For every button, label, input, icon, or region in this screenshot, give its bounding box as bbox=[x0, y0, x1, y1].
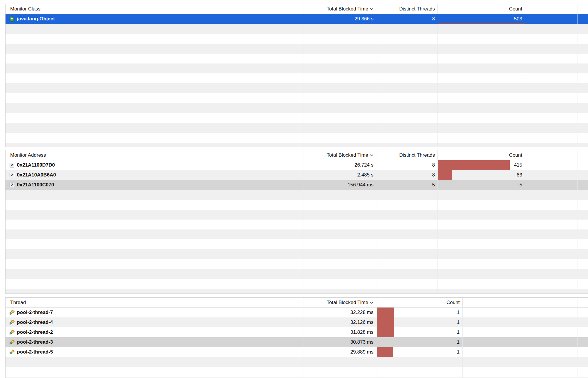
row-name-cell: 0x21A1100D7D0 bbox=[6, 160, 304, 170]
empty-cell bbox=[438, 103, 525, 113]
empty-row bbox=[6, 73, 588, 83]
row-name-cell: 0x21A10A0B6A0 bbox=[6, 170, 304, 180]
empty-trailing-column bbox=[525, 63, 578, 73]
empty-cell bbox=[304, 133, 376, 143]
row-fill bbox=[578, 229, 588, 239]
empty-trailing-column bbox=[463, 357, 578, 367]
row-value-cell: 29.366 s bbox=[304, 14, 376, 24]
empty-trailing-column bbox=[525, 34, 578, 44]
column-header-monitor-class[interactable]: Monitor Class bbox=[6, 4, 304, 14]
table-row-0x21a10a0b6a0[interactable]: 0x21A10A0B6A02.485 s883 bbox=[6, 170, 588, 180]
cell-value: 1 bbox=[457, 319, 460, 325]
row-value-cell: 503 bbox=[438, 14, 525, 24]
table-row-pool-2-thread-2[interactable]: pool-2-thread-231.828 ms1 bbox=[6, 327, 588, 337]
empty-row bbox=[6, 143, 588, 147]
row-value-cell: 1 bbox=[376, 337, 463, 347]
empty-cell bbox=[6, 73, 304, 83]
empty-trailing-column bbox=[525, 133, 578, 143]
row-value-cell: 1 bbox=[376, 347, 463, 357]
empty-cell bbox=[376, 24, 438, 34]
count-bar bbox=[438, 170, 452, 180]
row-fill bbox=[578, 279, 588, 289]
empty-cell bbox=[376, 367, 463, 377]
cell-value: 1 bbox=[457, 349, 460, 355]
table-row-0x21a1100d7d0[interactable]: 0x21A1100D7D026.724 s8415 bbox=[6, 160, 588, 170]
empty-cell bbox=[6, 83, 304, 93]
table-row-pool-2-thread-3[interactable]: pool-2-thread-330.873 ms1 bbox=[6, 337, 588, 347]
empty-cell bbox=[438, 123, 525, 133]
column-header-distinct-threads[interactable]: Distinct Threads bbox=[376, 150, 438, 160]
row-fill bbox=[578, 317, 588, 327]
empty-row bbox=[6, 200, 588, 210]
empty-trailing-column bbox=[463, 327, 578, 337]
table-row-java-lang-object[interactable]: Cjava.lang.Object29.366 s8503 bbox=[6, 14, 588, 24]
column-header-total-blocked-time[interactable]: Total Blocked Time bbox=[304, 150, 376, 160]
row-label: pool-2-thread-5 bbox=[17, 349, 53, 355]
empty-cell bbox=[438, 210, 525, 220]
sort-descending-chevron-icon bbox=[370, 154, 373, 157]
column-header-label: Count bbox=[509, 152, 522, 158]
column-header-thread[interactable]: Thread bbox=[6, 298, 304, 307]
row-fill bbox=[578, 190, 588, 200]
empty-cell bbox=[6, 63, 304, 73]
empty-trailing-column bbox=[525, 14, 578, 24]
row-value-cell: 26.724 s bbox=[304, 160, 376, 170]
empty-cell bbox=[304, 239, 376, 249]
column-header-distinct-threads[interactable]: Distinct Threads bbox=[376, 4, 438, 14]
empty-trailing-column bbox=[525, 150, 578, 160]
cell-value: 29.889 ms bbox=[350, 349, 373, 355]
empty-row bbox=[6, 190, 588, 200]
count-bar bbox=[377, 327, 394, 337]
row-fill bbox=[578, 34, 588, 44]
empty-cell bbox=[376, 54, 438, 63]
empty-cell bbox=[376, 83, 438, 93]
row-value-cell: 415 bbox=[438, 160, 525, 170]
column-header-label: Distinct Threads bbox=[399, 152, 435, 158]
empty-row bbox=[6, 44, 588, 54]
row-value-cell: 5 bbox=[438, 180, 525, 190]
empty-cell bbox=[376, 113, 438, 123]
empty-cell bbox=[438, 279, 525, 289]
monitor-class-rows: Cjava.lang.Object29.366 s8503 bbox=[6, 14, 588, 147]
column-header-count[interactable]: Count bbox=[438, 150, 525, 160]
count-bar bbox=[438, 23, 525, 24]
empty-cell bbox=[376, 34, 438, 44]
row-fill bbox=[578, 24, 588, 34]
cell-value: 156.944 ms bbox=[348, 182, 373, 188]
empty-cell bbox=[376, 103, 438, 113]
row-fill bbox=[578, 113, 588, 123]
empty-trailing-column bbox=[525, 180, 578, 190]
empty-cell bbox=[6, 367, 304, 377]
column-header-count[interactable]: Count bbox=[376, 298, 463, 307]
row-fill bbox=[578, 347, 588, 357]
table-row-pool-2-thread-4[interactable]: pool-2-thread-432.126 ms1 bbox=[6, 317, 588, 327]
empty-cell bbox=[304, 220, 376, 229]
empty-cell bbox=[6, 229, 304, 239]
count-bar bbox=[438, 160, 510, 170]
table-row-pool-2-thread-7[interactable]: pool-2-thread-732.228 ms1 bbox=[6, 308, 588, 317]
empty-cell bbox=[376, 93, 438, 103]
column-header-total-blocked-time[interactable]: Total Blocked Time bbox=[304, 298, 376, 307]
empty-cell bbox=[438, 34, 525, 44]
column-header-count[interactable]: Count bbox=[438, 4, 525, 14]
empty-cell bbox=[6, 133, 304, 143]
empty-cell bbox=[304, 143, 376, 147]
table-row-pool-2-thread-5[interactable]: pool-2-thread-529.889 ms1 bbox=[6, 347, 588, 357]
empty-cell bbox=[6, 24, 304, 34]
empty-cell bbox=[376, 210, 438, 220]
empty-cell bbox=[304, 259, 376, 269]
column-header-total-blocked-time[interactable]: Total Blocked Time bbox=[304, 4, 376, 14]
empty-cell bbox=[438, 259, 525, 269]
empty-trailing-column bbox=[463, 367, 578, 377]
row-value-cell: 156.944 ms bbox=[304, 180, 376, 190]
empty-cell bbox=[6, 113, 304, 123]
empty-trailing-column bbox=[525, 93, 578, 103]
table-row-0x21a1100c070[interactable]: 0x21A1100C070156.944 ms55 bbox=[6, 180, 588, 190]
row-fill bbox=[578, 93, 588, 103]
monitor-address-icon bbox=[9, 162, 15, 168]
row-value-cell: 8 bbox=[376, 170, 438, 180]
empty-cell bbox=[304, 377, 376, 378]
row-name-cell: pool-2-thread-5 bbox=[6, 347, 304, 357]
column-header-monitor-address[interactable]: Monitor Address bbox=[6, 150, 304, 160]
empty-cell bbox=[304, 200, 376, 210]
